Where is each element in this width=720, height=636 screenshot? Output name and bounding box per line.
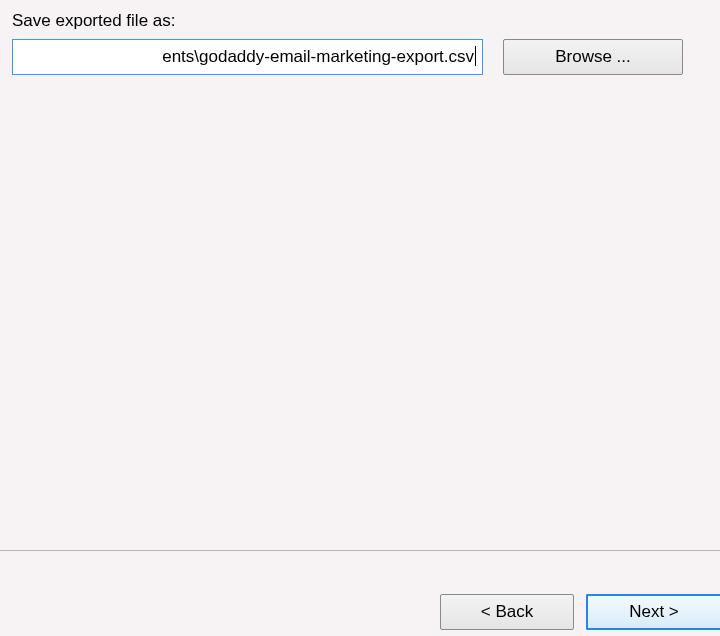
browse-button[interactable]: Browse ... <box>503 39 683 75</box>
export-form: Save exported file as: ents\godaddy-emai… <box>0 0 720 86</box>
file-path-value: ents\godaddy-email-marketing-export.csv <box>162 47 474 66</box>
save-as-label: Save exported file as: <box>12 11 708 31</box>
back-button[interactable]: < Back <box>440 594 574 630</box>
file-path-input[interactable]: ents\godaddy-email-marketing-export.csv <box>12 39 483 75</box>
next-button[interactable]: Next > <box>586 594 720 630</box>
text-caret <box>475 46 476 66</box>
input-row: ents\godaddy-email-marketing-export.csv … <box>12 39 708 75</box>
wizard-footer: < Back Next > <box>0 550 720 636</box>
wizard-buttons: < Back Next > <box>440 594 720 636</box>
